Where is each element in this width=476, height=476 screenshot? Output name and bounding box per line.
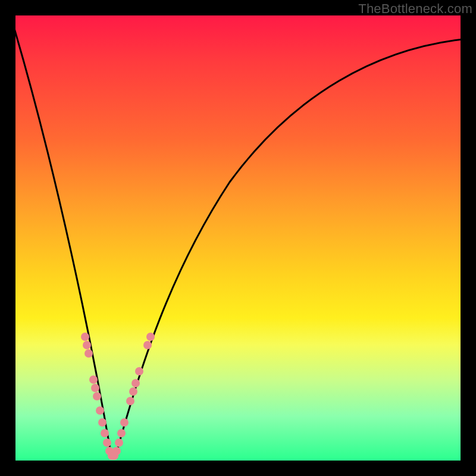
curve-path (15, 15, 461, 458)
highlight-dot (146, 333, 155, 341)
highlight-dot (112, 447, 121, 455)
chart-frame: TheBottleneck.com (0, 0, 476, 476)
highlight-dot (120, 418, 129, 427)
highlight-dot (91, 384, 99, 392)
highlight-dot (126, 397, 134, 405)
dot-group (81, 333, 155, 460)
highlight-dot (110, 452, 118, 460)
highlight-dot (81, 333, 89, 341)
highlight-dot (105, 447, 114, 455)
highlight-dot (96, 406, 104, 415)
highlight-dot (129, 387, 137, 396)
watermark-text: TheBottleneck.com (358, 1, 472, 17)
highlight-dot (84, 349, 93, 358)
highlight-dot (115, 439, 123, 447)
highlight-dot (131, 379, 140, 387)
highlight-dot (108, 452, 116, 460)
highlight-dot (93, 392, 101, 400)
highlight-dot (117, 429, 126, 437)
highlight-dots (15, 15, 461, 461)
highlight-dot (135, 367, 143, 375)
highlight-dot (89, 375, 98, 384)
highlight-dot (103, 439, 111, 447)
plot-area (15, 15, 461, 461)
highlight-dot (98, 418, 107, 427)
highlight-dot (83, 341, 91, 349)
highlight-dot (143, 341, 152, 349)
highlight-dot (101, 429, 109, 437)
bottleneck-curve (15, 15, 461, 461)
